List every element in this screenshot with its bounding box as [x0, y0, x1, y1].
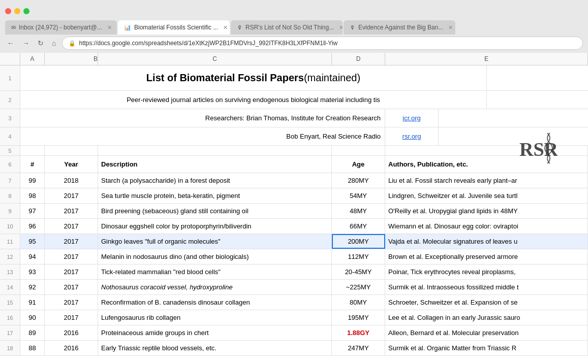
cell-age-6[interactable]: 20-45MY: [332, 264, 385, 279]
title-cell: List of Biomaterial Fossil Papers (maint…: [20, 65, 487, 90]
row-num-9: 9: [0, 204, 20, 218]
cell-year-8[interactable]: 2017: [45, 295, 98, 310]
rsr-logo-svg: RSR: [517, 128, 558, 169]
table-row: 18 88 2016 Early Triassic reptile blood …: [0, 341, 588, 356]
cell-year-10[interactable]: 2016: [45, 325, 98, 340]
cell-num-9[interactable]: 90: [20, 310, 45, 325]
cell-age-8[interactable]: 80MY: [332, 295, 385, 310]
cell-desc-5[interactable]: Melanin in nodosaurus dino (and other bi…: [98, 249, 332, 264]
tab-biomaterial-close[interactable]: ✕: [223, 24, 228, 31]
cell-num-5[interactable]: 94: [20, 249, 45, 264]
cell-num-0[interactable]: 99: [20, 173, 45, 188]
cell-authors-10[interactable]: Alleon, Bernard et al. Molecular preserv…: [385, 325, 588, 340]
cell-age-1[interactable]: 54MY: [332, 188, 385, 203]
cell-year-0[interactable]: 2018: [45, 173, 98, 188]
tab-gmail[interactable]: ✉ Inbox (24,972) - bobenyart@... ✕: [5, 20, 117, 35]
cell-age-5[interactable]: 112MY: [332, 249, 385, 264]
rsr-link[interactable]: rsr.org: [403, 133, 421, 140]
cell-desc-7[interactable]: Nothosaurus coracoid vessel, hydroxyprol…: [98, 280, 332, 294]
col-header-b[interactable]: B: [45, 53, 98, 65]
cell-num-2[interactable]: 97: [20, 204, 45, 218]
cell-num-11[interactable]: 88: [20, 341, 45, 355]
col-header-c[interactable]: C: [98, 53, 332, 65]
cell-year-5[interactable]: 2017: [45, 249, 98, 264]
researcher2-link-cell: rsr.org: [385, 127, 439, 145]
back-button[interactable]: ←: [5, 38, 16, 48]
cell-desc-0[interactable]: Starch (a polysaccharide) in a forest de…: [98, 173, 332, 188]
cell-num-4[interactable]: 95: [20, 234, 45, 249]
cell-desc-1[interactable]: Sea turtle muscle protein, beta-keratin,…: [98, 188, 332, 203]
cell-age-0[interactable]: 280MY: [332, 173, 385, 188]
cell-authors-1[interactable]: Lindgren, Schweitzer et al. Juvenile sea…: [385, 188, 588, 203]
cell-year-6[interactable]: 2017: [45, 264, 98, 279]
table-row: 10 96 2017 Dinosaur eggshell color by pr…: [0, 219, 588, 234]
cell-authors-0[interactable]: Liu et al. Fossil starch reveals early p…: [385, 173, 588, 188]
cell-year-2[interactable]: 2017: [45, 204, 98, 218]
cell-year-7[interactable]: 2017: [45, 280, 98, 294]
col-hash: #: [20, 156, 45, 173]
cell-authors-7[interactable]: Surmik et al. Intraosseous fossilized mi…: [385, 280, 588, 294]
grid: 1 List of Biomaterial Fossil Papers (mai…: [0, 65, 588, 173]
cell-age-4[interactable]: 200MY: [332, 234, 385, 249]
col-header-e[interactable]: E: [385, 53, 588, 65]
cell-num-6[interactable]: 93: [20, 264, 45, 279]
cell-desc-8[interactable]: Reconfirmation of B. canadensis dinosaur…: [98, 295, 332, 310]
lock-icon: 🔒: [69, 40, 76, 47]
cell-age-2[interactable]: 48MY: [332, 204, 385, 218]
icr-link[interactable]: icr.org: [403, 114, 420, 122]
cell-desc-11[interactable]: Early Triassic reptile blood vessels, et…: [98, 341, 332, 355]
cell-year-3[interactable]: 2017: [45, 219, 98, 234]
reload-button[interactable]: ↻: [36, 38, 46, 48]
cell-num-10[interactable]: 89: [20, 325, 45, 340]
tab-biomaterial[interactable]: 📊 Biomaterial Fossils Scientific ... ✕: [118, 20, 230, 35]
cell-desc-9[interactable]: Lufengosaurus rib collagen: [98, 310, 332, 325]
cell-year-4[interactable]: 2017: [45, 234, 98, 249]
col-header-a[interactable]: A: [20, 53, 45, 65]
home-button[interactable]: ⌂: [50, 38, 58, 48]
cell-num-7[interactable]: 92: [20, 280, 45, 294]
tab-rsr-close[interactable]: ✕: [339, 24, 343, 31]
cell-desc-10[interactable]: Proteinaceous amide groups in chert: [98, 325, 332, 340]
forward-button[interactable]: →: [20, 38, 32, 48]
tab-evidence-close[interactable]: ✕: [448, 24, 453, 31]
cell-authors-11[interactable]: Surmik et al. Organic Matter from Triass…: [385, 341, 588, 355]
cell-authors-4[interactable]: Vajda et al. Molecular signatures of lea…: [385, 234, 588, 249]
cell-authors-3[interactable]: Wiemann et al. Dinosaur egg color: ovira…: [385, 219, 588, 234]
cell-desc-6[interactable]: Tick-related mammalian "red blood cells": [98, 264, 332, 279]
cell-desc-2[interactable]: Bird preening (sebaceous) gland still co…: [98, 204, 332, 218]
col-desc: Description: [98, 156, 332, 173]
maximize-button[interactable]: [23, 8, 29, 14]
cell-year-9[interactable]: 2017: [45, 310, 98, 325]
cell-authors-5[interactable]: Brown et al. Exceptionally preserved arm…: [385, 249, 588, 264]
cell-age-9[interactable]: 195MY: [332, 310, 385, 325]
cell-authors-2[interactable]: O'Reilly et al. Uropygial gland lipids i…: [385, 204, 588, 218]
table-row: 9 97 2017 Bird preening (sebaceous) glan…: [0, 204, 588, 219]
url-bar[interactable]: 🔒 https://docs.google.com/spreadsheets/d…: [62, 37, 583, 50]
cell-desc-4[interactable]: Ginkgo leaves "full of organic molecules…: [98, 234, 332, 249]
table-row: 17 89 2016 Proteinaceous amide groups in…: [0, 325, 588, 341]
col-header-d[interactable]: D: [332, 53, 385, 65]
close-button[interactable]: [5, 8, 11, 14]
row-num-3: 3: [0, 109, 20, 127]
row-num-16: 16: [0, 310, 20, 325]
cell-year-1[interactable]: 2017: [45, 188, 98, 203]
cell-year-11[interactable]: 2016: [45, 341, 98, 355]
cell-age-10[interactable]: 1.88GY: [332, 325, 385, 340]
cell-authors-6[interactable]: Poinar, Tick erythrocytes reveal piropla…: [385, 264, 588, 279]
cell-authors-8[interactable]: Schroeter, Schweitzer et al. Expansion o…: [385, 295, 588, 310]
cell-num-3[interactable]: 96: [20, 219, 45, 234]
cell-num-1[interactable]: 98: [20, 188, 45, 203]
cell-age-3[interactable]: 66MY: [332, 219, 385, 234]
cell-age-11[interactable]: 247MY: [332, 341, 385, 355]
minimize-button[interactable]: [14, 8, 20, 14]
gmail-icon: ✉: [11, 24, 16, 31]
cell-desc-3[interactable]: Dinosaur eggshell color by protoporphyri…: [98, 219, 332, 234]
table-row: 7 99 2018 Starch (a polysaccharide) in a…: [0, 173, 588, 188]
cell-authors-9[interactable]: Lee et al. Collagen in an early Jurassic…: [385, 310, 588, 325]
cell-num-8[interactable]: 91: [20, 295, 45, 310]
tab-evidence[interactable]: 🎙 Evidence Against the Big Ban... ✕: [344, 20, 455, 35]
tab-gmail-close[interactable]: ✕: [107, 24, 112, 31]
cell-age-7[interactable]: ~225MY: [332, 280, 385, 294]
row-num-13: 13: [0, 264, 20, 279]
tab-rsr[interactable]: 🎙 RSR's List of Not So Old Thing... ✕: [231, 20, 343, 35]
